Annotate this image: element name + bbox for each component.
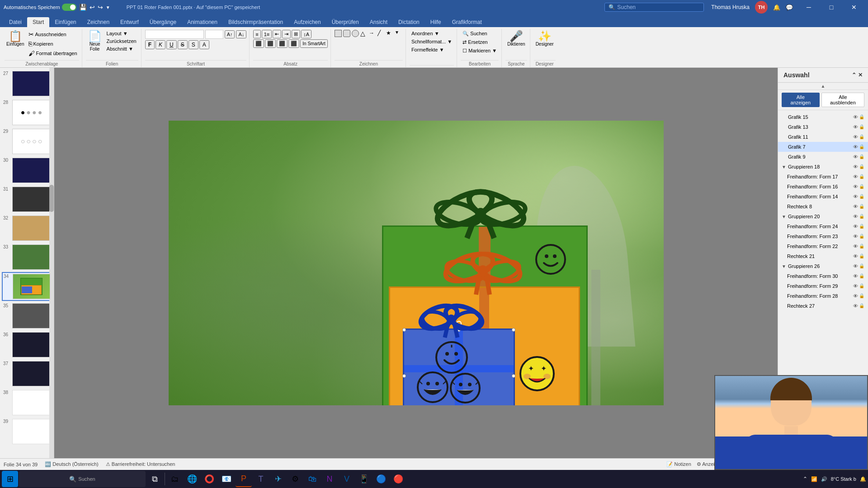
- underline-btn[interactable]: U: [166, 40, 177, 49]
- taskbar-chrome[interactable]: ⭕: [201, 471, 217, 487]
- scroll-up-btn[interactable]: ▲: [778, 83, 868, 90]
- shape-circle[interactable]: [352, 30, 359, 37]
- format-uebertragen-btn[interactable]: 🖌Format übertragen: [27, 49, 79, 58]
- formeffekte-btn[interactable]: Formeffekte ▼: [410, 46, 446, 53]
- tab-dictation[interactable]: Dictation: [393, 17, 425, 27]
- shadow-btn[interactable]: S: [189, 40, 198, 49]
- designer-btn[interactable]: ✨ Designer: [534, 30, 556, 47]
- einfuegen-btn[interactable]: 📋 Einfügen: [5, 30, 26, 47]
- tab-hilfe[interactable]: Hilfe: [425, 17, 447, 27]
- lock-icon-13[interactable]: 🔒: [859, 124, 864, 130]
- smartart-btn[interactable]: In SmartArt: [300, 39, 328, 48]
- lock-group20[interactable]: 🔒: [859, 214, 864, 219]
- columns-btn[interactable]: ⊞: [292, 30, 300, 38]
- sel-ff14[interactable]: Freihandform: Form 14 👁 🔒: [778, 192, 868, 202]
- shape-rect[interactable]: [335, 30, 342, 37]
- lock-icon-15[interactable]: 🔒: [859, 114, 864, 120]
- eye-icon-15[interactable]: 👁: [853, 114, 858, 120]
- tab-zeichnen[interactable]: Zeichnen: [82, 17, 115, 27]
- close-panel-btn[interactable]: ✕: [858, 72, 863, 78]
- eye-icon-13[interactable]: 👁: [853, 124, 858, 130]
- schnellformat-btn[interactable]: Schnellformat... ▼: [410, 38, 454, 45]
- sel-rechteck21[interactable]: Rechteck 21 👁 🔒: [778, 251, 868, 261]
- tab-ueberpruefen[interactable]: Überprüfen: [326, 17, 364, 27]
- sel-group26[interactable]: ▼ Gruppieren 26 👁 🔒: [778, 261, 868, 271]
- tab-praesentation[interactable]: Bildschirmpräsentation: [223, 17, 288, 27]
- canvas-area[interactable]: ✦ ✦: [54, 68, 778, 458]
- taskbar-telegram[interactable]: ✈: [270, 471, 286, 487]
- slide-canvas[interactable]: ✦ ✦: [169, 121, 664, 405]
- shape-arrow[interactable]: →: [369, 30, 377, 37]
- slide-item-36[interactable]: 36: [2, 331, 52, 359]
- taskbar-app4[interactable]: 🔴: [390, 471, 406, 487]
- handle-tr[interactable]: [512, 328, 515, 332]
- user-avatar[interactable]: TH: [755, 1, 768, 14]
- eye-ff17[interactable]: 👁: [853, 174, 858, 179]
- italic-btn[interactable]: K: [156, 40, 165, 49]
- shape-triangle[interactable]: △: [360, 30, 368, 37]
- align-right-btn[interactable]: ⬛: [277, 39, 288, 48]
- search-box[interactable]: 🔍: [604, 3, 704, 12]
- autosave-control[interactable]: Automatisches Speichern: [4, 4, 76, 11]
- close-btn[interactable]: ✕: [844, 0, 864, 14]
- numbering-btn[interactable]: 1≡: [262, 30, 272, 38]
- taskbar-app2[interactable]: 📱: [356, 471, 372, 487]
- taskbar-outlook[interactable]: 📧: [218, 471, 235, 487]
- taskbar-powerpoint[interactable]: P: [236, 471, 252, 487]
- share-icon[interactable]: 🔔: [773, 4, 780, 11]
- save-icon[interactable]: 💾: [79, 4, 87, 11]
- expand-26[interactable]: ▼: [782, 264, 786, 269]
- sel-ff24[interactable]: Freihandform: Form 24 👁 🔒: [778, 221, 868, 231]
- taskbar-store[interactable]: 🛍: [304, 471, 321, 487]
- shape-star[interactable]: ★: [386, 30, 394, 37]
- eye-group26[interactable]: 👁: [853, 263, 858, 269]
- tab-einfuegen[interactable]: Einfügen: [49, 17, 81, 27]
- slide-item-31[interactable]: 31: [2, 185, 52, 213]
- slide-item-29[interactable]: 29 ○○○○: [2, 127, 52, 155]
- eye-icon-9[interactable]: 👁: [853, 154, 858, 160]
- sel-rechteck27[interactable]: Rechteck 27 👁 🔒: [778, 301, 868, 311]
- layout-btn[interactable]: Layout ▼: [105, 30, 138, 37]
- eye-icon-11[interactable]: 👁: [853, 134, 858, 140]
- maximize-btn[interactable]: □: [821, 0, 842, 14]
- font-family-input[interactable]: [145, 30, 204, 39]
- align-center-btn[interactable]: ⬛: [265, 39, 276, 48]
- expand-20[interactable]: ▼: [782, 214, 786, 219]
- ausschneiden-btn[interactable]: ✂Ausschneiden: [27, 30, 79, 39]
- taskbar-explorer[interactable]: 🗂: [167, 471, 183, 487]
- bold-btn[interactable]: F: [145, 40, 155, 49]
- lock-icon-9[interactable]: 🔒: [859, 154, 864, 160]
- smiley-yellow-right[interactable]: ✦ ✦: [519, 356, 555, 392]
- lock-icon-11[interactable]: 🔒: [859, 134, 864, 140]
- taskbar-app3[interactable]: 🔵: [373, 471, 389, 487]
- sel-grafik13[interactable]: Grafik 13 👁 🔒: [778, 122, 868, 132]
- anordnen-btn[interactable]: Anordnen ▼: [410, 30, 441, 37]
- kopieren-btn[interactable]: ⎘Kopieren: [27, 39, 79, 48]
- search-input[interactable]: [617, 4, 689, 10]
- tab-datei[interactable]: Datei: [4, 17, 27, 27]
- comments-icon[interactable]: 💬: [786, 4, 793, 11]
- sel-ff29[interactable]: Freihandform: Form 29 👁 🔒: [778, 281, 868, 291]
- slide-item-38[interactable]: 38: [2, 389, 52, 417]
- sel-ff17[interactable]: Freihandform: Form 17 👁 🔒: [778, 172, 868, 182]
- scrollbar-thumb[interactable]: [49, 185, 54, 212]
- slide-item-34[interactable]: 34: [2, 272, 52, 301]
- sel-group18[interactable]: ▼ Gruppieren 18 👁 🔒: [778, 162, 868, 172]
- font-size-input[interactable]: [205, 30, 223, 39]
- accessibility-status[interactable]: ⚠ Barrierefreiheit: Untersuchen: [106, 461, 175, 467]
- smiley-blue-large[interactable]: [435, 341, 468, 374]
- tab-grafikformat[interactable]: Grafikformat: [447, 17, 487, 27]
- sel-ff23[interactable]: Freihandform: Form 23 👁 🔒: [778, 231, 868, 241]
- task-view-btn[interactable]: ⧉: [146, 471, 163, 487]
- start-btn[interactable]: ⊞: [2, 471, 18, 487]
- taskbar-visio[interactable]: V: [339, 471, 355, 487]
- autosave-toggle[interactable]: [62, 4, 76, 11]
- notes-btn[interactable]: 📝 Notizen: [666, 461, 691, 467]
- eye-icon-7[interactable]: 👁: [853, 144, 858, 150]
- sel-grafik9[interactable]: Grafik 9 👁 🔒: [778, 152, 868, 162]
- slide-item-39[interactable]: 39: [2, 418, 52, 446]
- sel-ff28[interactable]: Freihandform: Form 28 👁 🔒: [778, 291, 868, 301]
- fontcolor-btn[interactable]: A: [199, 40, 209, 49]
- ersetzen-btn[interactable]: ⇄ Ersetzen: [461, 38, 489, 46]
- scrollbar-track[interactable]: [49, 68, 54, 458]
